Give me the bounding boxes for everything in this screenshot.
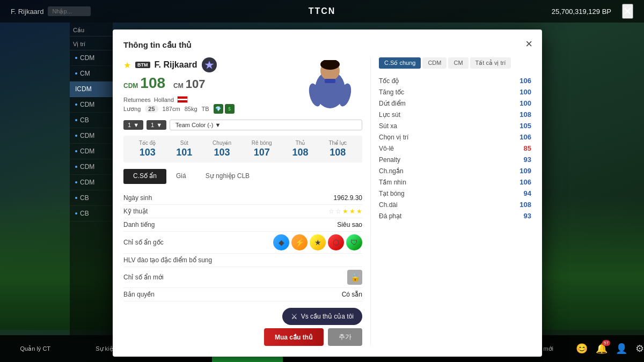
footer-icon-bell[interactable]: 🔔 57 [596, 343, 608, 354]
stat-val-8: 109 [519, 167, 531, 175]
stat-val-5: 106 [519, 133, 531, 141]
sidebar-item-cdm6[interactable]: CDM [70, 175, 113, 190]
tab-cso-chung[interactable]: C.Số chung [379, 57, 421, 69]
tab-all-positions[interactable]: Tất cả vị trí [470, 57, 511, 69]
tab-hidden-stats[interactable]: C.Số ẩn [123, 169, 166, 184]
star-3: ★ [342, 208, 348, 215]
stat-row-9: Tầm nhìn 106 [379, 176, 531, 188]
birthdate-label: Ngày sinh [123, 194, 152, 202]
star-5: ★ [356, 208, 362, 215]
spec-icon2: $ [225, 104, 235, 114]
hidden-stat-label: Chỉ số ẩn gốc [123, 239, 164, 246]
overlay-left: ★ BTM F. Rijkaard CDM 108 CM [123, 57, 362, 346]
stat-val-1: 100 [519, 88, 531, 96]
modal-content: ★ BTM F. Rijkaard CDM 108 CM [123, 57, 531, 346]
skill-icon-orange: ⚡ [291, 234, 308, 250]
header-right: 25,700,319,129 BP ✕ [552, 4, 633, 19]
search-input[interactable] [48, 6, 91, 16]
skill-icon-red: ⬡ [328, 234, 344, 250]
cm-rating: CM 107 [173, 77, 205, 91]
star-4: ★ [349, 208, 355, 215]
other-button-label: 추가 [339, 333, 352, 341]
weight-label: 85kg [185, 106, 197, 112]
player-info-modal: Thông tin cầu thủ × ★ BTM F. Rijkaard [113, 29, 542, 357]
coach-label: HLV đào tạo đặc điểm bổ sung [123, 256, 212, 264]
header-close-button[interactable]: ✕ [622, 4, 633, 19]
height-label: 187cm [163, 106, 180, 112]
stat-val-12: 93 [524, 212, 531, 220]
stat-val-0: 106 [519, 77, 531, 85]
stat-speed: Tốc độ 103 [139, 140, 156, 158]
skill-label: Kỹ thuật [123, 208, 148, 215]
footer-icon-settings[interactable]: ⚙ [635, 343, 644, 354]
tab-career[interactable]: Sự nghiệp CLB [196, 169, 259, 184]
position-select-row: 1 ▼ 1 ▼ Team Color (-) ▼ [123, 120, 362, 130]
player-name-row: ★ BTM F. Rijkaard [123, 57, 292, 72]
cm-label: CM [173, 82, 184, 90]
btm-badge: BTM [135, 62, 150, 68]
cm-value: 107 [186, 77, 206, 91]
header-player-name: F. Rijkaard [11, 8, 43, 16]
team-color-dropdown[interactable]: Team Color (-) ▼ [170, 120, 362, 130]
sidebar-item-cb3[interactable]: CB [70, 206, 113, 221]
position-dropdown1[interactable]: 1 ▼ [123, 120, 143, 130]
stats-bar: Tốc độ 103 Sút 101 Chuyền 103 Rê bóng 10… [123, 136, 362, 162]
player-left: ★ BTM F. Rijkaard CDM 108 CM [123, 57, 292, 114]
buy-button[interactable]: Mua cầu thủ [264, 328, 324, 346]
sidebar-item-cdm4[interactable]: CDM [70, 144, 113, 159]
other-button[interactable]: 추가 [328, 328, 362, 346]
stat-val-9: 106 [519, 178, 531, 186]
footer-icon-person[interactable]: 👤 [616, 343, 627, 354]
stat-row-5: Chọn vị trí 106 [379, 131, 531, 143]
player-header-row: ★ BTM F. Rijkaard CDM 108 CM [123, 57, 362, 116]
header-left: F. Rijkaard [11, 6, 91, 16]
bp-amount: 25,700,319,129 BP [552, 8, 611, 16]
sidebar-item-icdm[interactable]: ICDM [70, 82, 113, 97]
action-buttons-area: ⚔ Vs cầu thủ của tôi [123, 308, 362, 325]
stat-shot: Sút 101 [176, 140, 192, 158]
right-tabs: C.Số chung CDM CM Tất cả vị trí [379, 57, 531, 69]
cdm-label: CDM [123, 82, 138, 90]
player-figure [306, 60, 354, 116]
stat-val-4: 105 [519, 122, 531, 130]
stat-dribble: Rê bóng 107 [252, 140, 272, 158]
country-label: Holland [154, 97, 174, 103]
sidebar-item-cb2[interactable]: CB [70, 190, 113, 206]
rights-label: Bản quyền [123, 291, 155, 298]
new-stat-label: Chỉ số ẩn mới [123, 274, 164, 281]
modal-close-button[interactable]: × [525, 37, 532, 51]
stat-val-10: 94 [524, 189, 531, 197]
sidebar-item-cdm2[interactable]: CDM [70, 97, 113, 113]
sidebar-item-cdm3[interactable]: CDM [70, 128, 113, 144]
lock-icon: 🔒 [347, 270, 362, 285]
reputation-row: Danh tiếng Siêu sao [123, 218, 362, 232]
tab-cm[interactable]: CM [448, 57, 468, 69]
stat-row-7: Penalty 93 [379, 154, 531, 165]
sidebar-item-cm[interactable]: CM [70, 66, 113, 82]
skill-row: Kỹ thuật ☆ ☆ ★ ★ ★ [123, 205, 362, 218]
footer-icon-face[interactable]: 😊 [576, 343, 588, 354]
flag-icon [177, 96, 188, 103]
buy-buttons-area: Mua cầu thủ 추가 [123, 328, 362, 346]
rights-row: Bản quyền Có sẵn [123, 288, 362, 301]
footer-item-quanlyct[interactable]: Quản lý CT [0, 335, 71, 362]
tab-price[interactable]: Giá [166, 169, 196, 184]
position-dropdown2[interactable]: 1 ▼ [147, 120, 166, 130]
stat-stamina: Thể lực 108 [328, 140, 347, 158]
overlay-right: C.Số chung CDM CM Tất cả vị trí Tốc độ 1… [370, 57, 531, 346]
vs-button[interactable]: ⚔ Vs cầu thủ của tôi [282, 308, 362, 325]
tab-cdm[interactable]: CDM [422, 57, 447, 69]
sidebar-item-cb1[interactable]: CB [70, 113, 113, 128]
stat-row-3: Lực sút 108 [379, 109, 531, 120]
skill-stars: ☆ ☆ ★ ★ ★ [328, 208, 362, 215]
svg-rect-4 [325, 79, 335, 83]
lương-label: Lương [123, 106, 141, 113]
stat-row-4: Sút xa 105 [379, 120, 531, 131]
special-icons: 💎 $ [214, 104, 235, 114]
skill-icon-yellow: ★ [310, 234, 326, 250]
sidebar-item-cdm5[interactable]: CDM [70, 159, 113, 175]
sidebar-item-cdm1[interactable]: CDM [70, 50, 113, 66]
ratings-row: CDM 108 CM 107 [123, 75, 292, 92]
stat-row-8: Ch.ngắn 109 [379, 165, 531, 176]
stat-row-10: Tạt bóng 94 [379, 188, 531, 199]
